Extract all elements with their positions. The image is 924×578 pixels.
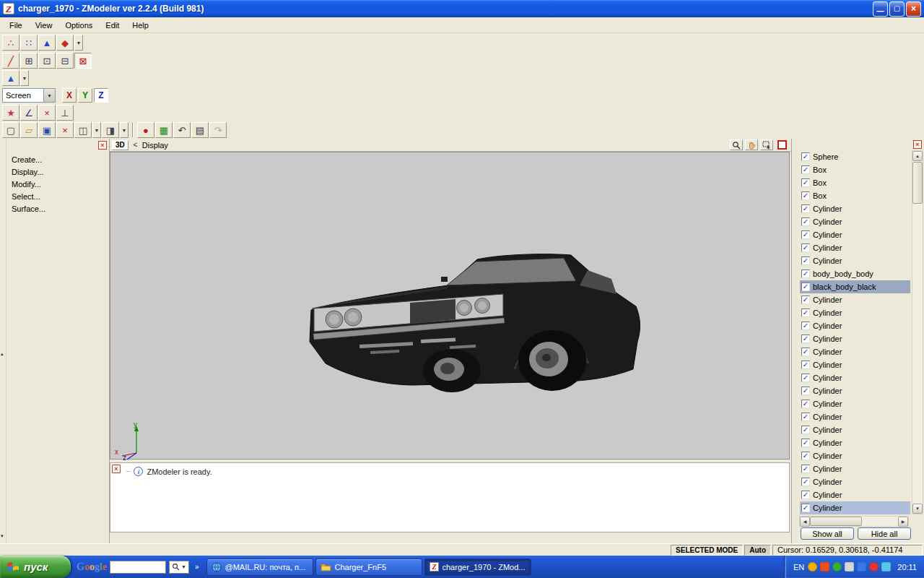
select-objects-button[interactable]: ◆	[56, 35, 74, 51]
object-list-item[interactable]: ✓Cylinder	[800, 423, 910, 436]
object-list-item[interactable]: ✓Sphere	[800, 150, 910, 163]
objects-vertical-scrollbar[interactable]: ▲ ▼	[912, 150, 923, 514]
tray-icon-5[interactable]	[857, 562, 866, 571]
axis-x-button[interactable]: X	[62, 88, 77, 103]
close-button[interactable]: ×	[906, 1, 921, 17]
scroll-right-icon[interactable]: ▶	[898, 517, 908, 527]
command-display[interactable]: Display...	[10, 165, 106, 178]
object-list-item[interactable]: ✓Cylinder	[800, 462, 910, 475]
taskbar-task-zmodeler[interactable]: Zcharger_1970 - ZMod...	[424, 558, 531, 576]
menu-item-help[interactable]: Help	[126, 19, 155, 32]
close-objects-panel-button[interactable]: ×	[913, 140, 922, 149]
menu-item-view[interactable]: View	[29, 19, 59, 32]
viewport-view-label[interactable]: Display	[142, 141, 168, 150]
object-list-item[interactable]: ✓Cylinder	[800, 358, 910, 371]
checkbox-icon[interactable]: ✓	[801, 309, 810, 317]
object-list-item[interactable]: ✓Cylinder	[800, 306, 910, 319]
checkbox-icon[interactable]: ✓	[801, 452, 810, 460]
checkbox-icon[interactable]: ✓	[801, 387, 810, 395]
redo-button[interactable]: ↷	[209, 122, 227, 138]
materials-button[interactable]: ★	[2, 105, 19, 121]
view-grid-button[interactable]: ⊞	[20, 53, 38, 69]
viewport-maximize-button[interactable]	[777, 140, 787, 150]
tray-icon-3[interactable]	[832, 562, 842, 571]
checkbox-icon[interactable]: ✓	[801, 178, 810, 187]
checkbox-icon[interactable]: ✓	[801, 269, 810, 278]
checkbox-icon[interactable]: ✓	[801, 165, 810, 174]
checkbox-icon[interactable]: ✓	[801, 335, 810, 343]
google-search-input[interactable]	[110, 561, 166, 574]
object-list-item[interactable]: ✓Cylinder	[800, 228, 910, 241]
tray-icon-4[interactable]	[845, 562, 854, 571]
scrollbar-thumb[interactable]	[810, 517, 862, 526]
close-message-panel-button[interactable]: ×	[112, 465, 121, 473]
pan-tool-button[interactable]	[745, 139, 758, 150]
scrollbar-thumb[interactable]	[912, 162, 923, 204]
new-file-button[interactable]: ▢	[2, 122, 19, 138]
object-list-item[interactable]: ✓Cylinder	[800, 410, 910, 423]
checkbox-icon[interactable]: ✓	[801, 322, 810, 330]
checkbox-icon[interactable]: ✓	[801, 426, 810, 434]
close-command-panel-button[interactable]: ×	[98, 141, 107, 150]
command-create[interactable]: Create...	[10, 153, 106, 165]
open-file-button[interactable]: ▱	[20, 122, 38, 138]
object-list-item[interactable]: ✓Cylinder	[800, 241, 910, 254]
menu-item-edit[interactable]: Edit	[99, 19, 126, 32]
checkbox-icon[interactable]: ✓	[801, 439, 810, 447]
select-objects-dropdown[interactable]: ▼	[74, 35, 83, 51]
command-select[interactable]: Select...	[10, 190, 106, 202]
zoom-tool-button[interactable]	[730, 139, 743, 150]
start-button[interactable]: пуск	[0, 556, 71, 578]
object-list-item[interactable]: ✓Cylinder	[800, 202, 910, 215]
checkbox-icon[interactable]: ✓	[801, 296, 810, 304]
select-faces-button[interactable]: ▲	[38, 35, 56, 51]
quick-launch-chevron[interactable]: »	[195, 563, 199, 571]
object-list-item[interactable]: ✓Cylinder	[800, 488, 910, 501]
checkbox-icon[interactable]: ✓	[801, 504, 810, 512]
select-vertices-button[interactable]: ∴	[2, 35, 19, 51]
command-surface[interactable]: Surface...	[10, 202, 106, 215]
objects-horizontal-scrollbar[interactable]: ◀ ▶	[799, 516, 909, 527]
select-edges-button[interactable]: ∷	[20, 35, 38, 51]
hide-all-button[interactable]: Hide all	[858, 527, 911, 540]
scroll-down-icon[interactable]: ▾	[1, 533, 4, 538]
object-list-item[interactable]: ✓Box	[800, 189, 910, 202]
scroll-left-icon[interactable]: ◀	[800, 517, 810, 527]
maximize-button[interactable]: ▢	[889, 1, 905, 17]
object-list-item[interactable]: ✓body_body_body	[800, 267, 910, 280]
axis-z-button[interactable]: Z	[94, 88, 108, 103]
object-list-item[interactable]: ✓Box	[800, 176, 910, 189]
viewport-canvas[interactable]: y x z	[110, 152, 790, 460]
object-list-item[interactable]: ✓Cylinder	[800, 293, 910, 306]
view-split-button[interactable]: ⊟	[56, 53, 74, 69]
checkbox-icon[interactable]: ✓	[801, 374, 810, 382]
object-list-item[interactable]: ✓Cylinder	[800, 436, 910, 449]
show-all-button[interactable]: Show all	[801, 527, 854, 540]
left-scrollbar[interactable]: ▴ ▾	[0, 139, 6, 543]
checkbox-icon[interactable]: ✓	[801, 152, 810, 161]
taskbar-clock[interactable]: 20:11	[897, 563, 917, 571]
render-button[interactable]: ●	[137, 122, 154, 138]
save-file-button[interactable]: ▣	[38, 122, 56, 138]
menu-item-options[interactable]: Options	[58, 19, 99, 32]
import-dropdown[interactable]: ▼	[120, 122, 128, 138]
object-list-item[interactable]: ✓Cylinder	[800, 384, 910, 397]
scroll-down-icon[interactable]: ▼	[912, 504, 923, 514]
taskbar-task-folder[interactable]: Charger_FnF5	[315, 558, 422, 576]
primitive-cone-dropdown[interactable]: ▼	[20, 70, 29, 86]
checkbox-icon[interactable]: ✓	[801, 191, 810, 200]
object-list-item[interactable]: ✓black_body_black	[800, 280, 910, 293]
tray-icon-7[interactable]	[881, 562, 891, 571]
google-search-button[interactable]: ▼	[169, 561, 189, 574]
axis-y-button[interactable]: Y	[78, 88, 92, 103]
normals-button[interactable]: ⊥	[56, 105, 74, 121]
checkbox-icon[interactable]: ✓	[801, 243, 810, 252]
detach-button[interactable]: ×	[38, 105, 56, 121]
viewport-back-button[interactable]: <	[131, 140, 140, 150]
tray-icon-2[interactable]	[820, 562, 829, 571]
command-modify[interactable]: Modify...	[10, 178, 106, 190]
polyline-button[interactable]: ∠	[20, 105, 38, 121]
object-list-item[interactable]: ✓Cylinder	[800, 345, 910, 358]
language-indicator[interactable]: EN	[793, 563, 804, 571]
import-button[interactable]: ◨	[102, 122, 119, 138]
